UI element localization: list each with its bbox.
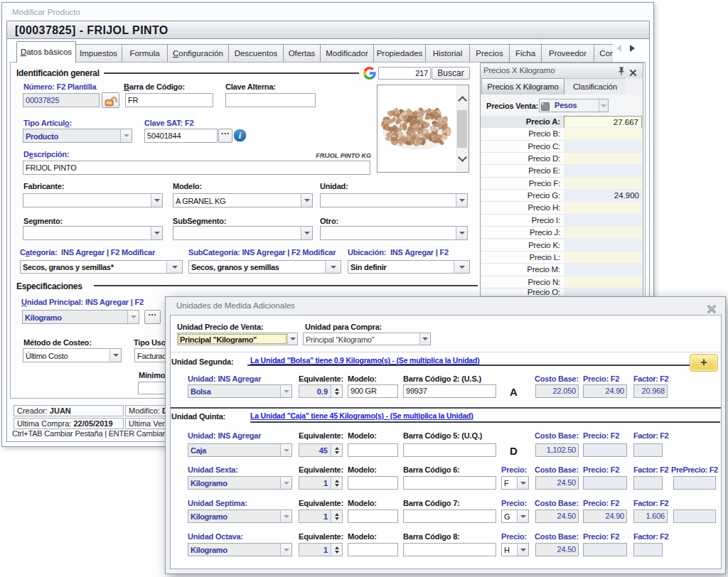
svg-text:i: i	[239, 130, 242, 141]
